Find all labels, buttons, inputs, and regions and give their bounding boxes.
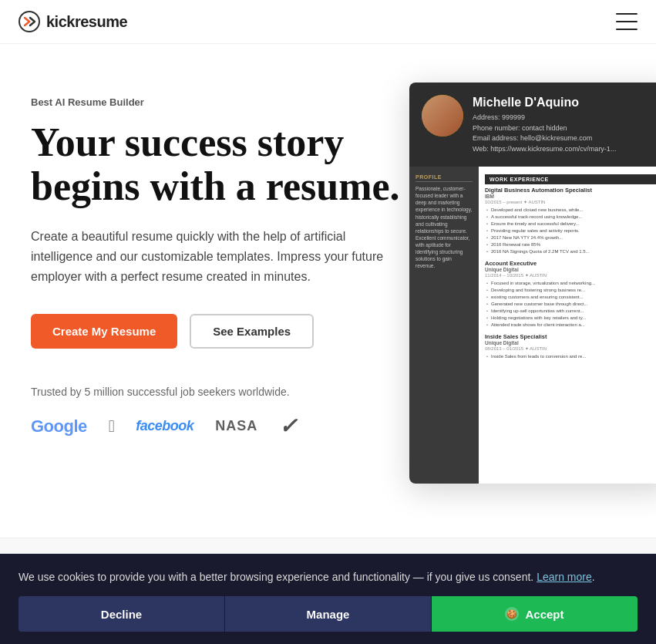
job-bullet-1-6: 2016 Renewal rate 85% (485, 241, 656, 248)
hamburger-line-3 (616, 29, 637, 30)
resume-name-contact: Michelle D'Aquino Address: 999999 Phone … (473, 95, 616, 154)
job-bullet-2-1: Focused in storage, virtualization and n… (485, 280, 656, 287)
learn-more-link[interactable]: Learn more (537, 571, 592, 583)
cookie-banner: We use cookies to provide you with a bet… (0, 554, 656, 644)
hero-subtext: Create a beautiful resume quickly with t… (31, 227, 401, 286)
nasa-logo: NASA (215, 418, 257, 434)
resume-contact: Address: 999999 Phone number: contact hi… (473, 113, 616, 154)
resume-name: Michelle D'Aquino (473, 95, 616, 110)
job-company-3: Unique Digital (485, 340, 656, 346)
job-bullet-2-2: Developing and fostering strong business… (485, 287, 656, 294)
navbar: kickresume (0, 0, 656, 44)
job-title-3: Inside Sales Specialist (485, 333, 656, 340)
logo-icon (19, 11, 40, 32)
headline-line1: Your success story (31, 120, 344, 164)
brand-logos-row: Google  facebook NASA ✓ (31, 413, 463, 439)
hamburger-line-2 (616, 21, 637, 22)
job-date-1: 10/2015 – present ✦ AUSTIN (485, 199, 656, 204)
job-bullet-2-5: Identifying up-sell opportunities with c… (485, 308, 656, 315)
job-bullet-2-4: Generated new customer base through dire… (485, 301, 656, 308)
hero-left-column: Best AI Resume Builder Your success stor… (31, 81, 463, 507)
headline: Your success story begins with a resume. (31, 120, 401, 208)
resume-email: Email address: hello@kickresume.com (473, 133, 616, 144)
hamburger-menu[interactable] (616, 13, 637, 30)
job-date-2: 11/2014 – 10/2015 ✦ AUSTIN (485, 272, 656, 278)
resume-phone: Phone number: contact hidden (473, 123, 616, 134)
job-bullet-1-2: A successful track-record using knowledg… (485, 214, 656, 221)
job-title-2: Account Executive (485, 260, 656, 267)
see-examples-button[interactable]: See Examples (190, 314, 314, 349)
hero-section: Best AI Resume Builder Your success stor… (0, 44, 656, 538)
create-resume-button[interactable]: Create My Resume (31, 314, 177, 349)
manage-button[interactable]: Manage (224, 596, 431, 632)
resume-web: Web: https://www.kickresume.com/cv/mary-… (473, 144, 616, 155)
apple-logo:  (109, 416, 115, 437)
job-bullet-1-3: Ensure the timely and successful deliver… (485, 221, 656, 228)
headline-line2: begins with a resume. (31, 164, 400, 208)
job-company-1: IBM (485, 194, 656, 199)
accept-cookie-icon: 🍪 (505, 607, 519, 621)
resume-address: Address: 999999 (473, 113, 616, 123)
work-experience-bar: WORK EXPERIENCE (485, 174, 656, 184)
hamburger-line-1 (616, 13, 637, 15)
job-title-1: Digital Business Automation Specialist (485, 187, 656, 194)
facebook-logo: facebook (136, 418, 193, 434)
job-bullet-2-6: Holding negotiations with key retailers … (485, 315, 656, 322)
job-bullet-3-1: Inside Sales from leads to conversion an… (485, 353, 656, 360)
badge-label: Best AI Resume Builder (31, 96, 463, 108)
job-bullet-1-4: Providing regular sales and activity rep… (485, 228, 656, 234)
job-bullet-1-7: 2016 NA Signings Quota of 2.2M TCV and 1… (485, 248, 656, 255)
google-logo: Google (31, 416, 87, 437)
decline-button[interactable]: Decline (19, 596, 224, 632)
accept-button[interactable]: 🍪 Accept (431, 596, 637, 632)
accept-label: Accept (525, 608, 563, 621)
nike-logo: ✓ (279, 413, 297, 439)
trusted-label: Trusted by 5 million successful job seek… (31, 386, 463, 398)
job-date-3: 08/2013 – 01/2015 ✦ AUSTIN (485, 346, 656, 351)
job-company-2: Unique Digital (485, 267, 656, 272)
job-bullet-2-3: existing customers and ensuring consiste… (485, 294, 656, 301)
logo-text: kickresume (46, 13, 127, 31)
job-bullet-1-5: 2017 New NA YTY 24.4% growth... (485, 234, 656, 241)
job-bullet-1-1: Developed and closed new business, while… (485, 207, 656, 214)
resume-main-content: WORK EXPERIENCE Digital Business Automat… (479, 167, 656, 484)
cookie-text: We use cookies to provide you with a bet… (19, 569, 637, 585)
logo-link[interactable]: kickresume (19, 11, 127, 32)
cta-row: Create My Resume See Examples (31, 314, 463, 349)
job-entry-1: Digital Business Automation Specialist I… (485, 187, 656, 255)
job-entry-3: Inside Sales Specialist Unique Digital 0… (485, 333, 656, 360)
job-entry-2: Account Executive Unique Digital 11/2014… (485, 260, 656, 329)
cookie-buttons: Decline Manage 🍪 Accept (19, 596, 637, 632)
job-bullet-2-7: Attended trade shows for client interact… (485, 322, 656, 329)
